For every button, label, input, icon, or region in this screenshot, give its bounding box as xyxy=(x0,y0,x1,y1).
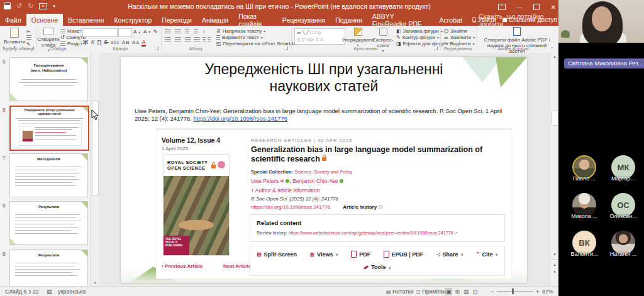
share-article-button[interactable]: ∴Share∨ xyxy=(436,251,464,258)
text-direction-button[interactable]: ⇵Напрямок тексту▾ xyxy=(216,28,265,34)
clipboard-dialog-launcher[interactable] xyxy=(30,47,34,50)
notes-button[interactable]: ▤ Нотатки xyxy=(386,288,413,295)
article-title[interactable]: Generalization bias in large language mo… xyxy=(251,145,496,164)
align-center-button[interactable] xyxy=(175,37,181,42)
thumbnail-slide-9[interactable]: Результати xyxy=(9,249,88,287)
tab-abbyy[interactable]: ABBYY FineReader PDF xyxy=(367,14,435,26)
next-slide-icon[interactable]: ▼ xyxy=(550,270,558,274)
clear-format-button[interactable]: ✎ xyxy=(153,29,158,35)
tab-transitions[interactable]: Переходи xyxy=(157,14,197,26)
shape-fill-button[interactable]: ◧Заливка фігури▾ xyxy=(396,28,443,34)
thumbnail-scroll-down-icon[interactable]: ▾ xyxy=(91,280,99,285)
font-dialog-launcher[interactable] xyxy=(155,47,159,50)
indent-decrease-button[interactable] xyxy=(185,29,189,34)
restore-button[interactable] xyxy=(533,4,540,10)
review-history-link[interactable]: https://www.webofscience.com/api/gateway… xyxy=(289,230,453,236)
char-spacing-button[interactable]: АВ xyxy=(122,40,130,45)
zoom-slider-thumb[interactable] xyxy=(512,288,514,294)
slide-citation[interactable]: Uwe Peters, Benjamin Chin-Yee; Generaliz… xyxy=(135,107,516,122)
ribbon-display-options-icon[interactable]: ^ xyxy=(498,4,506,10)
bold-button[interactable]: Ж xyxy=(83,39,89,45)
scroll-down-icon[interactable]: ▼ xyxy=(550,253,558,256)
special-collection-link[interactable]: Science, Society and Policy xyxy=(294,169,352,175)
drawing-dialog-launcher[interactable] xyxy=(434,47,438,50)
tab-animations[interactable]: Анімація xyxy=(197,14,233,26)
tab-view[interactable]: Подання xyxy=(330,14,367,26)
strikethrough-button[interactable]: S xyxy=(104,39,108,45)
tools-button[interactable]: Tools∨ xyxy=(364,264,391,270)
reading-view-button[interactable]: ▥ xyxy=(464,288,469,295)
minimize-button[interactable]: — xyxy=(517,4,522,10)
underline-button[interactable]: П xyxy=(97,39,101,45)
participant-tile[interactable]: МК Маргар... xyxy=(606,155,641,182)
thumbnail-slide-7[interactable]: Методологія xyxy=(9,153,88,197)
views-button[interactable]: ≣Views∨ xyxy=(310,251,338,258)
shadow-button[interactable]: abc xyxy=(111,40,119,45)
font-size-select[interactable] xyxy=(118,28,132,37)
cut-button[interactable]: ✂ xyxy=(26,29,31,35)
participant-tile[interactable]: Наталія ... xyxy=(606,231,641,257)
participant-tile[interactable]: ОС Олексан... xyxy=(606,193,641,219)
participant-tile[interactable]: Павло ... xyxy=(567,155,602,182)
shapes-gallery[interactable]: ▭ ╲ ╱ □ ○ ◇ △ ▽ ◁ ▷ ☆ ⌂ xyxy=(294,28,345,45)
thumbnail-scrollbar[interactable]: ▾ xyxy=(90,53,100,286)
article-doi-link[interactable]: https://doi.org/10.1098/rsos.241776 xyxy=(251,204,330,210)
article-history-toggle[interactable]: Article history ◷ xyxy=(343,204,382,210)
collapse-ribbon-icon[interactable]: ^ xyxy=(551,46,553,50)
scroll-up-icon[interactable]: ▲ xyxy=(550,55,558,58)
indent-increase-button[interactable] xyxy=(194,29,198,34)
close-button[interactable]: ✕ xyxy=(551,4,556,11)
scrollbar-thumb[interactable] xyxy=(552,111,558,126)
font-name-select[interactable] xyxy=(82,28,118,37)
current-slide[interactable]: Упередженість ШІ при узагальненні науков… xyxy=(121,57,527,283)
sign-in-link[interactable]: Увійти xyxy=(478,16,496,23)
reset-button[interactable]: ↺Скинути xyxy=(60,35,86,40)
email-icon[interactable]: ✉ xyxy=(280,178,284,184)
author-article-info-toggle[interactable]: + Author & article information xyxy=(251,187,319,194)
change-case-button[interactable]: Аа xyxy=(132,40,140,45)
normal-view-button[interactable]: ▣ xyxy=(446,288,452,295)
layout-button[interactable]: Макет▾ xyxy=(60,28,86,34)
participant-tile[interactable]: Микола ... xyxy=(567,193,602,219)
slide-area-scrollbar[interactable]: ▲ ▼ ▲ ▼ xyxy=(550,53,558,286)
thumbnail-slide-8[interactable]: Результати xyxy=(9,201,88,245)
author-link-2[interactable]: Benjamin Chin-Yee xyxy=(292,178,338,184)
line-spacing-button[interactable]: ↕ xyxy=(203,29,205,35)
thumbnail-slide-5[interactable]: Галюцинування (англ. Hallucination) xyxy=(9,57,88,101)
previous-slide-icon[interactable]: ▲ xyxy=(550,263,558,266)
speaker-video[interactable] xyxy=(558,0,644,43)
journal-cover[interactable]: ROYAL SOCIETY OPEN SCIENCE THE ROYAL SOC… xyxy=(163,154,230,256)
cite-button[interactable]: ”Cite∨ xyxy=(476,251,498,258)
tab-insert[interactable]: Вставлення xyxy=(63,14,109,26)
slide-sorter-view-button[interactable]: ⊞ xyxy=(455,288,460,295)
tab-acrobat[interactable]: Acrobat xyxy=(435,14,467,26)
copy-button[interactable] xyxy=(26,35,31,40)
justify-button[interactable] xyxy=(194,37,200,42)
tab-review[interactable]: Рецензування xyxy=(277,14,330,26)
shrink-font-button[interactable]: А▾ xyxy=(143,29,150,35)
language-indicator[interactable]: українська xyxy=(58,288,86,295)
tab-file[interactable]: Файл xyxy=(0,14,26,26)
tab-home[interactable]: Основне xyxy=(26,14,63,26)
align-left-button[interactable] xyxy=(165,37,171,42)
pdf-button[interactable]: PDF xyxy=(351,251,370,258)
comments-button[interactable]: ◻ Примітки xyxy=(416,288,446,295)
align-text-button[interactable]: Вирівняти текст▾ xyxy=(216,35,263,40)
columns-button[interactable] xyxy=(203,37,211,42)
previous-article-link[interactable]: ‹ Previous Article xyxy=(162,263,203,269)
spellcheck-icon[interactable]: ▤ xyxy=(47,288,52,295)
grow-font-button[interactable]: А▴ xyxy=(133,29,140,35)
author-link-1[interactable]: Uwe Peters xyxy=(251,178,279,184)
citation-doi-link[interactable]: https://doi.org/10.1098/rsos.241776 xyxy=(194,115,287,122)
shape-outline-button[interactable]: ✎Контур фігури▾ xyxy=(396,35,439,40)
align-right-button[interactable] xyxy=(185,37,191,42)
paragraph-dialog-launcher[interactable] xyxy=(284,47,288,50)
participant-tile[interactable]: ВК Валенти... xyxy=(567,231,602,257)
slideshow-button[interactable]: ⊡ xyxy=(473,288,478,295)
epub-pdf-button[interactable]: EPUB | PDF xyxy=(384,251,424,258)
tab-design[interactable]: Конструктор xyxy=(109,14,157,26)
split-screen-button[interactable]: ⊞Split-Screen xyxy=(257,251,297,258)
thumbnail-slide-6-current[interactable]: Упередженість ШІ при узагальненні науков… xyxy=(9,106,89,151)
share-button[interactable]: Спільний доступ xyxy=(502,16,557,23)
zoom-in-button[interactable]: + xyxy=(536,288,539,295)
